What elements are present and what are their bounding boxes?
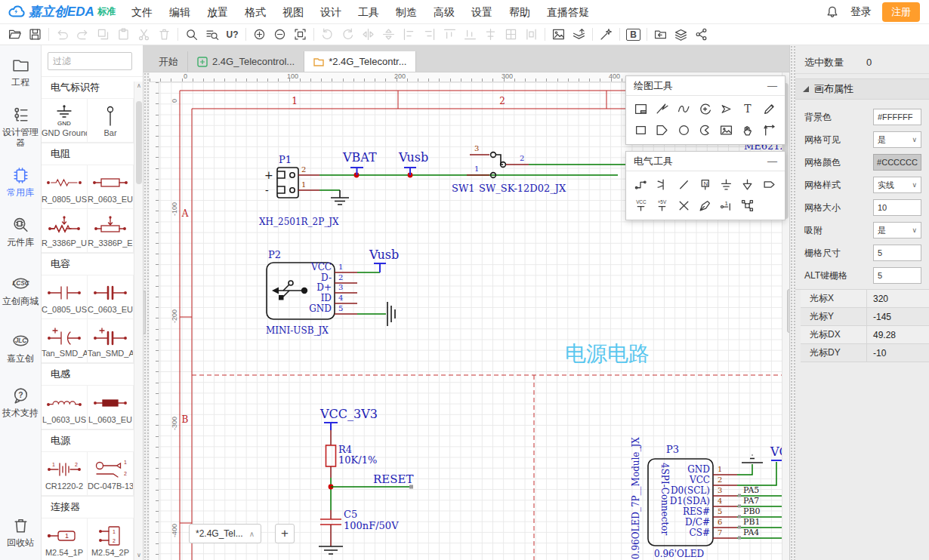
align-left-button[interactable] <box>399 26 419 44</box>
power-divider-circuit[interactable]: VCC_3V3 R4 10K/1% RESET C5 100nF/50V <box>319 407 413 554</box>
library-item-resistor-eu[interactable]: R_0603_EU <box>88 165 134 209</box>
rotate-right-button[interactable] <box>338 26 358 44</box>
library-item-dc-jack[interactable]: 12 DC-047B-13 <box>88 452 134 496</box>
grid-visible-select[interactable]: 是∨ <box>873 131 921 148</box>
flip-vertical-button[interactable] <box>378 26 399 44</box>
tool-vcc-flag[interactable]: VCC <box>631 195 651 215</box>
alt-grid-input[interactable]: 5 <box>873 267 921 284</box>
gnd-symbol-p1[interactable] <box>319 190 349 205</box>
tab-schematic-document-active[interactable]: *2.4G_Telecontr... <box>304 51 416 72</box>
library-item-cap-polar-us[interactable]: Tan_SMD_A <box>42 319 88 363</box>
tab-pcb-document[interactable]: 2.4G_Telecontrol... <box>188 51 304 72</box>
tool-sheet-frame[interactable] <box>631 99 651 118</box>
library-item-header-1p[interactable]: 1 M2.54_1P <box>42 518 88 560</box>
tool-image[interactable] <box>716 120 736 140</box>
align-right-button[interactable] <box>419 26 440 44</box>
sidebar-item-common-library[interactable]: 常用库 <box>0 166 41 198</box>
sidebar-item-recycle-bin[interactable]: 回收站 <box>0 516 41 548</box>
sidebar-item-component-library[interactable]: 元件库 <box>0 216 41 248</box>
library-item-header-2p[interactable]: 12 M2.54_2P <box>88 518 134 560</box>
import-changes-button[interactable] <box>569 26 589 44</box>
open-button[interactable] <box>5 26 25 44</box>
tool-pencil[interactable] <box>759 99 779 118</box>
library-item-inductor-eu[interactable]: L_0603_EU <box>88 386 134 429</box>
tool-5v-flag[interactable]: +5V <box>652 195 672 215</box>
minimize-drawing-panel-button[interactable]: — <box>767 82 777 90</box>
save-button[interactable] <box>25 26 45 44</box>
menu-settings[interactable]: 设置 <box>463 0 501 24</box>
canvas-properties-section[interactable]: 画布属性 <box>795 78 929 100</box>
tool-polyline[interactable] <box>652 99 672 118</box>
menu-fabrication[interactable]: 制造 <box>387 0 425 24</box>
tool-bus-entry[interactable] <box>674 174 694 194</box>
notification-bell-icon[interactable] <box>825 5 840 20</box>
library-item-inductor-us[interactable]: L_0603_US <box>42 386 88 429</box>
add-sheet-button[interactable]: + <box>275 524 295 543</box>
zoom-out-button[interactable] <box>270 26 290 44</box>
align-center-horizontal-button[interactable] <box>480 26 501 44</box>
p3-net-wires[interactable]: PA5 PA7 PB0 PB1 PA4 VC <box>737 445 784 540</box>
bg-color-input[interactable]: #FFFFFF <box>873 109 921 125</box>
snap-size-input[interactable]: 5 <box>873 245 921 261</box>
library-item-resistor-us[interactable]: R_0805_US <box>42 165 88 209</box>
tool-no-connect[interactable] <box>674 195 694 215</box>
tab-start[interactable]: 开始 <box>150 51 188 72</box>
login-button[interactable]: 登录 <box>850 5 872 19</box>
tool-net-group[interactable] <box>737 195 758 215</box>
section-title-power-circuit[interactable]: 电源电路 <box>565 342 650 365</box>
share-button[interactable] <box>691 26 711 44</box>
align-top-button[interactable] <box>440 26 460 44</box>
component-p3-oled[interactable]: 0.96OLED_7P__Module_JX P3 4SPI-Connector… <box>631 437 737 559</box>
tool-pin[interactable]: 1 <box>716 195 736 215</box>
tool-wire[interactable] <box>631 174 651 194</box>
sidebar-item-project[interactable]: 工程 <box>0 56 41 88</box>
library-item-battery[interactable]: 12 CR1220-2 <box>42 452 88 496</box>
grid-style-select[interactable]: 实线∨ <box>873 177 921 193</box>
cut-button[interactable] <box>134 26 154 44</box>
menu-design[interactable]: 设计 <box>312 0 350 24</box>
library-scrollbar[interactable]: ∧ ∨ <box>134 82 143 560</box>
panel-splitter-right[interactable] <box>790 45 795 560</box>
menu-tools[interactable]: 工具 <box>350 0 387 24</box>
scroll-up-arrow[interactable]: ∧ <box>134 82 144 91</box>
tool-ground[interactable] <box>716 174 736 194</box>
grid-size-input[interactable]: 10 <box>873 199 921 216</box>
library-item-cap-us[interactable]: C_0805_US <box>42 275 88 319</box>
sidebar-item-lcsc-mall[interactable]: LCSC 立创商城 <box>0 275 41 306</box>
menu-edit[interactable]: 编辑 <box>161 0 199 24</box>
sheet-chevron-icon[interactable]: ∧ <box>249 530 255 538</box>
distribute-button[interactable] <box>521 26 542 44</box>
library-item-cap-polar-eu[interactable]: Tan_SMD_A <box>88 319 134 363</box>
menu-place[interactable]: 放置 <box>199 0 236 24</box>
sidebar-item-design-manager[interactable]: 设计管理器 <box>0 106 41 148</box>
delete-button[interactable] <box>154 26 174 44</box>
tool-bus[interactable] <box>652 174 672 194</box>
netlabel-query-button[interactable]: U? <box>222 26 242 44</box>
schematic-canvas[interactable]: 0 100 200 300 400 0 -100 -200 -300 -400 … <box>144 72 789 560</box>
library-item-pot-eu[interactable]: R_3386P_E <box>88 209 134 253</box>
undo-button[interactable] <box>52 26 73 44</box>
tool-probe-pen[interactable] <box>695 195 715 215</box>
minimize-electrical-panel-button[interactable]: — <box>767 158 777 165</box>
copy-button[interactable] <box>93 26 113 44</box>
net-flag-vbat[interactable]: VBAT <box>342 150 377 175</box>
search-button[interactable] <box>181 26 202 44</box>
redo-button[interactable] <box>73 26 93 44</box>
library-filter-input[interactable] <box>48 52 132 70</box>
menu-live-qa[interactable]: 直播答疑 <box>539 0 597 24</box>
export-button[interactable] <box>650 26 671 44</box>
component-p2-mini-usb[interactable]: P2 VCC D- D+ ID GND 1 2 3 4 5 MIN <box>266 249 357 336</box>
paste-button[interactable] <box>113 26 134 44</box>
zoom-in-button[interactable] <box>249 26 270 44</box>
app-logo[interactable]: 嘉立创EDA 标准 <box>0 2 123 22</box>
library-item-pot-us[interactable]: R_3386P_U <box>42 209 88 253</box>
net-flag-vusb[interactable]: Vusb <box>398 150 428 175</box>
sidebar-item-tech-support[interactable]: ? 技术支持 <box>0 386 41 418</box>
net-flag-vusb-p2[interactable]: Vusb <box>357 248 399 272</box>
menu-view[interactable]: 视图 <box>274 0 312 24</box>
scrollbar-thumb[interactable] <box>136 101 142 184</box>
snap-select[interactable]: 是∨ <box>873 222 921 238</box>
library-item-cap-eu[interactable]: C_0603_EU <box>88 275 134 319</box>
sheet-selector[interactable]: *2.4G_Tel... ∧ <box>189 524 261 543</box>
tool-pie[interactable] <box>695 120 715 140</box>
